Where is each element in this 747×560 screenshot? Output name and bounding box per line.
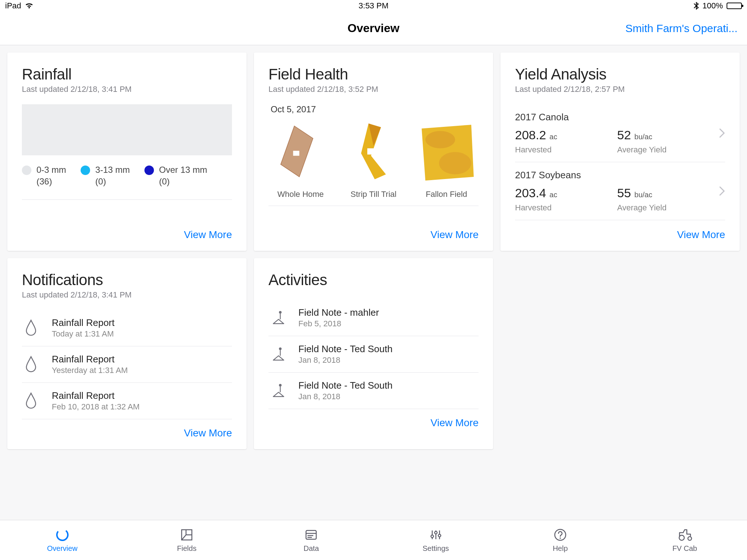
yield-row-soybeans[interactable]: 2017 Soybeans 203.4 ac Harvested 55 bu/a… xyxy=(515,162,725,220)
rainfall-chart-placeholder xyxy=(22,104,232,155)
svg-rect-4 xyxy=(367,148,374,155)
field-health-card[interactable]: Field Health Last updated 2/12/18, 3:52 … xyxy=(254,52,493,251)
wifi-icon xyxy=(25,3,34,9)
chevron-right-icon xyxy=(719,186,725,196)
card-updated: Last updated 2/12/18, 3:41 PM xyxy=(22,290,232,300)
battery-icon xyxy=(727,3,742,9)
card-updated: Last updated 2/12/18, 2:57 PM xyxy=(515,85,725,94)
activity-item[interactable]: Field Note - Ted SouthJan 8, 2018 xyxy=(268,373,479,409)
fields-icon xyxy=(179,528,194,542)
help-icon xyxy=(553,528,568,542)
field-thumb-fallon[interactable]: Fallon Field xyxy=(414,121,479,199)
tab-label: Help xyxy=(553,544,568,553)
field-label: Strip Till Trial xyxy=(351,190,396,199)
svg-point-7 xyxy=(439,152,471,174)
field-image xyxy=(342,121,405,183)
harvested-label: Harvested xyxy=(515,145,617,155)
rainfall-card[interactable]: Rainfall Last updated 2/12/18, 3:41 PM 0… xyxy=(7,52,247,251)
field-note-icon xyxy=(271,309,289,327)
field-health-date: Oct 5, 2017 xyxy=(268,104,479,114)
legend-swatch xyxy=(81,166,90,175)
tractor-icon xyxy=(677,528,692,542)
svg-point-12 xyxy=(279,384,282,386)
tab-help[interactable]: Help xyxy=(498,520,622,560)
notification-item[interactable]: Rainfall ReportToday at 1:31 AM xyxy=(22,310,232,346)
field-label: Fallon Field xyxy=(426,190,467,199)
notification-item[interactable]: Rainfall ReportFeb 10, 2018 at 1:32 AM xyxy=(22,383,232,419)
svg-rect-16 xyxy=(306,530,316,539)
crop-name: 2017 Canola xyxy=(515,112,617,123)
view-more-link[interactable]: View More xyxy=(430,417,479,428)
battery-pct: 100% xyxy=(703,1,723,11)
tab-settings[interactable]: Settings xyxy=(374,520,498,560)
svg-point-10 xyxy=(279,347,282,350)
svg-point-6 xyxy=(425,131,455,148)
bluetooth-icon xyxy=(694,2,699,10)
legend-swatch xyxy=(144,166,154,175)
svg-point-25 xyxy=(438,534,441,537)
svg-point-29 xyxy=(688,537,692,540)
view-more-link[interactable]: View More xyxy=(677,229,725,240)
field-label: Whole Home xyxy=(277,190,324,199)
field-note-icon xyxy=(271,345,289,363)
svg-point-23 xyxy=(434,532,437,534)
yield-row-canola[interactable]: 2017 Canola 208.2 ac Harvested 52 bu/ac … xyxy=(515,104,725,162)
svg-point-8 xyxy=(279,311,282,314)
tab-label: Settings xyxy=(423,544,449,553)
settings-icon xyxy=(429,528,443,542)
field-note-icon xyxy=(271,382,289,400)
divider xyxy=(22,199,232,200)
card-title: Field Health xyxy=(268,66,479,83)
avg-yield-label: Average Yield xyxy=(617,145,719,155)
rainfall-legend: 0-3 mm(36) 3-13 mm(0) Over 13 mm(0) xyxy=(22,164,232,188)
view-more-link[interactable]: View More xyxy=(430,229,479,240)
tab-fields[interactable]: Fields xyxy=(124,520,249,560)
harvested-label: Harvested xyxy=(515,203,617,213)
chevron-right-icon xyxy=(719,128,725,138)
field-thumb-whole-home[interactable]: Whole Home xyxy=(268,121,333,199)
card-title: Rainfall xyxy=(22,66,232,83)
tab-label: Overview xyxy=(47,544,77,553)
svg-point-27 xyxy=(560,537,561,539)
notification-item[interactable]: Rainfall ReportYesterday at 1:31 AM xyxy=(22,346,232,383)
tab-bar: Overview Fields Data Settings Help FV Ca… xyxy=(0,520,747,560)
tab-label: Data xyxy=(303,544,319,553)
card-title: Activities xyxy=(268,271,479,289)
dashboard-grid: Rainfall Last updated 2/12/18, 3:41 PM 0… xyxy=(0,45,747,456)
legend-item-3-13mm: 3-13 mm(0) xyxy=(81,164,130,188)
overview-icon xyxy=(55,528,70,542)
legend-swatch xyxy=(22,166,31,175)
status-bar: iPad 3:53 PM 100% xyxy=(0,0,747,12)
field-image xyxy=(270,121,332,183)
field-thumb-strip-till[interactable]: Strip Till Trial xyxy=(341,121,406,199)
svg-point-28 xyxy=(679,535,684,540)
svg-rect-1 xyxy=(293,151,299,156)
svg-point-21 xyxy=(431,535,433,538)
activity-item[interactable]: Field Note - Ted SouthJan 8, 2018 xyxy=(268,336,479,373)
field-image xyxy=(415,121,477,183)
tab-overview[interactable]: Overview xyxy=(0,520,124,560)
tab-fvcab[interactable]: FV Cab xyxy=(623,520,747,560)
yield-analysis-card[interactable]: Yield Analysis Last updated 2/12/18, 2:5… xyxy=(500,52,740,251)
activities-card[interactable]: Activities Field Note - mahlerFeb 5, 201… xyxy=(254,258,493,449)
avg-yield-label: Average Yield xyxy=(617,203,719,213)
card-title: Notifications xyxy=(22,271,232,289)
device-label: iPad xyxy=(5,1,21,11)
crop-name: 2017 Soybeans xyxy=(515,170,617,181)
clock: 3:53 PM xyxy=(359,1,388,11)
legend-item-over-13mm: Over 13 mm(0) xyxy=(144,164,207,188)
notifications-card[interactable]: Notifications Last updated 2/12/18, 3:41… xyxy=(7,258,247,449)
raindrop-icon xyxy=(24,392,42,410)
raindrop-icon xyxy=(24,355,42,374)
nav-header: Overview Smith Farm's Operati... xyxy=(0,12,747,45)
card-title: Yield Analysis xyxy=(515,66,725,83)
operation-picker[interactable]: Smith Farm's Operati... xyxy=(626,22,738,35)
view-more-link[interactable]: View More xyxy=(184,427,232,439)
data-icon xyxy=(304,528,318,542)
tab-data[interactable]: Data xyxy=(249,520,374,560)
card-updated: Last updated 2/12/18, 3:41 PM xyxy=(22,85,232,94)
activity-item[interactable]: Field Note - mahlerFeb 5, 2018 xyxy=(268,300,479,336)
tab-label: Fields xyxy=(177,544,196,553)
divider xyxy=(268,206,479,206)
view-more-link[interactable]: View More xyxy=(184,229,232,240)
